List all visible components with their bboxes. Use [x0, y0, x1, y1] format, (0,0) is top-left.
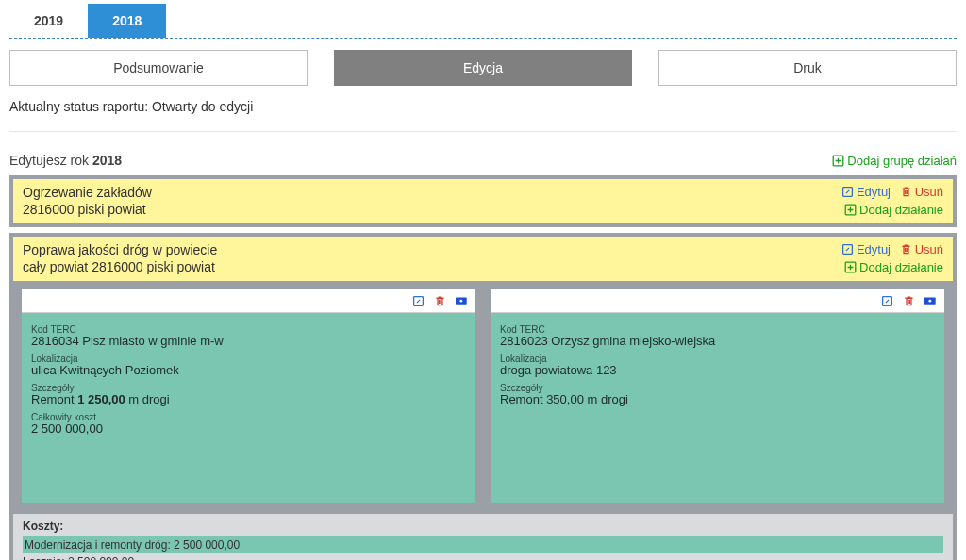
- group-title-line2: cały powiat 2816000 piski powiat: [23, 259, 217, 276]
- action-card: Kod TERC 2816023 Orzysz gmina miejsko-wi…: [490, 288, 945, 504]
- add-group-button[interactable]: Dodaj grupę działań: [832, 154, 957, 168]
- costs-total: Łącznie: 2 500 000,00: [23, 555, 943, 560]
- plus-square-icon: [832, 154, 844, 168]
- details-value: Remont 1 250,00 m drogi: [31, 392, 466, 406]
- card-delete-icon[interactable]: [903, 293, 915, 308]
- mode-print-button[interactable]: Druk: [658, 50, 957, 86]
- costs-title: Koszty:: [23, 519, 943, 533]
- add-action-button[interactable]: Dodaj działanie: [844, 203, 943, 217]
- card-toolbar: [22, 289, 475, 313]
- card-money-icon[interactable]: [924, 293, 937, 308]
- edit-year-prefix: Edytujesz rok: [9, 153, 92, 168]
- action-card: Kod TERC 2816034 Pisz miasto w gminie m-…: [21, 288, 476, 504]
- delete-label: Usuń: [915, 242, 943, 256]
- add-action-label: Dodaj działanie: [859, 260, 943, 274]
- edit-icon: [841, 185, 854, 199]
- edit-year-value: 2018: [92, 153, 122, 168]
- loc-value: ulica Kwitnących Poziomek: [31, 363, 466, 377]
- svg-point-7: [459, 300, 462, 303]
- terc-value: 2816034 Pisz miasto w gminie m-w: [31, 334, 466, 348]
- trash-icon: [900, 185, 912, 199]
- details-value: Remont 350,00 m drogi: [500, 392, 935, 406]
- edit-icon: [841, 242, 854, 256]
- mode-summary-button[interactable]: Podsumowanie: [9, 50, 308, 86]
- card-money-icon[interactable]: [456, 293, 468, 308]
- costs-bar: Modernizacja i remonty dróg: 2 500 000,0…: [23, 536, 943, 553]
- trash-icon: [900, 242, 912, 256]
- terc-value: 2816023 Orzysz gmina miejsko-wiejska: [500, 334, 935, 348]
- tab-year-2018[interactable]: 2018: [88, 4, 166, 38]
- group-title-line2: 2816000 piski powiat: [23, 202, 152, 219]
- group-title-line1: Poprawa jakości dróg w powiecie: [23, 242, 217, 259]
- group-header: Poprawa jakości dróg w powiecie cały pow…: [13, 237, 953, 281]
- card-edit-icon[interactable]: [412, 293, 425, 308]
- tab-year-2019[interactable]: 2019: [9, 4, 88, 38]
- status-label: Aktualny status raportu:: [9, 99, 148, 114]
- edit-year-row: Edytujesz rok 2018 Dodaj grupę działań: [9, 153, 957, 168]
- details-suffix: m drogi: [125, 392, 170, 406]
- status-line: Aktualny status raportu: Otwarty do edyc…: [9, 99, 957, 132]
- card-body: Kod TERC 2816023 Orzysz gmina miejsko-wi…: [491, 313, 944, 474]
- card-body: Kod TERC 2816034 Pisz miasto w gminie m-…: [22, 313, 475, 503]
- edit-year-text: Edytujesz rok 2018: [9, 153, 122, 168]
- delete-label: Usuń: [915, 185, 943, 199]
- add-action-label: Dodaj działanie: [859, 203, 943, 217]
- plus-square-icon: [844, 203, 857, 217]
- mode-row: Podsumowanie Edycja Druk: [9, 50, 957, 86]
- group-title-line1: Ogrzewanie zakładów: [23, 185, 152, 202]
- group-header: Ogrzewanie zakładów 2816000 piski powiat…: [13, 179, 953, 223]
- cost-value: 2 500 000,00: [31, 421, 466, 436]
- mode-edit-button[interactable]: Edycja: [334, 50, 632, 86]
- costs-footer: Koszty: Modernizacja i remonty dróg: 2 5…: [13, 512, 953, 560]
- details-prefix: Remont: [31, 392, 77, 406]
- delete-group-button[interactable]: Usuń: [900, 242, 943, 256]
- group-drogi: Poprawa jakości dróg w powiecie cały pow…: [9, 233, 957, 560]
- svg-point-10: [928, 300, 931, 303]
- group-actions: Edytuj Usuń Dodaj działanie: [836, 242, 943, 275]
- year-tabs: 2019 2018: [9, 4, 957, 39]
- add-group-label: Dodaj grupę działań: [847, 154, 957, 168]
- card-delete-icon[interactable]: [434, 293, 446, 308]
- edit-group-button[interactable]: Edytuj: [841, 185, 891, 199]
- group-ogrzewanie: Ogrzewanie zakładów 2816000 piski powiat…: [9, 175, 957, 227]
- group-actions: Edytuj Usuń Dodaj działanie: [836, 185, 943, 218]
- cards-row: Kod TERC 2816034 Pisz miasto w gminie m-…: [13, 281, 953, 512]
- details-bold: 1 250,00: [77, 392, 125, 406]
- edit-group-button[interactable]: Edytuj: [841, 242, 891, 256]
- edit-label: Edytuj: [857, 242, 891, 256]
- card-edit-icon[interactable]: [881, 293, 893, 308]
- plus-square-icon: [844, 260, 857, 274]
- group-title: Poprawa jakości dróg w powiecie cały pow…: [23, 242, 217, 275]
- group-title: Ogrzewanie zakładów 2816000 piski powiat: [23, 185, 152, 218]
- delete-group-button[interactable]: Usuń: [900, 185, 943, 199]
- card-toolbar: [491, 289, 944, 313]
- loc-value: droga powiatowa 123: [500, 363, 935, 377]
- status-value: Otwarty do edycji: [152, 99, 253, 114]
- edit-label: Edytuj: [857, 185, 891, 199]
- add-action-button[interactable]: Dodaj działanie: [844, 260, 943, 274]
